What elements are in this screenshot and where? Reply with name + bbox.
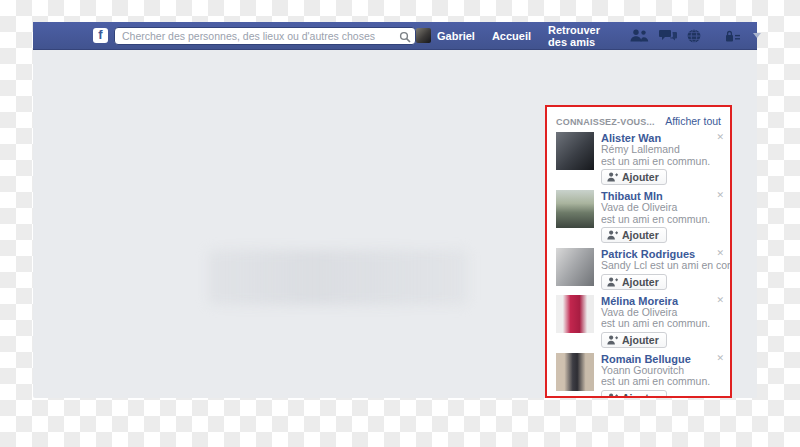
find-friends-link[interactable]: Retrouver des amis	[548, 24, 600, 48]
suggestion-name-link[interactable]: Mélina Moreira	[601, 295, 721, 307]
suggestion-row: Patrick Rodrigues Sandy Lcl est un ami e…	[547, 248, 730, 291]
people-you-may-know-panel: CONNAISSEZ-VOUS... Afficher tout Alister…	[545, 105, 732, 398]
suggestion-row: Alister Wan Rémy Lallemand est un ami en…	[547, 132, 730, 186]
panel-header: CONNAISSEZ-VOUS... Afficher tout	[547, 107, 730, 132]
search-input[interactable]	[114, 27, 416, 45]
add-friend-icon	[607, 335, 618, 345]
home-link[interactable]: Accueil	[492, 30, 531, 42]
add-friend-button[interactable]: Ajouter	[601, 390, 667, 399]
mutual-friend-text: est un ami en commun.	[601, 156, 721, 168]
close-icon[interactable]: ✕	[716, 191, 724, 200]
add-friend-button[interactable]: Ajouter	[601, 169, 667, 185]
add-friend-button[interactable]: Ajouter	[601, 227, 667, 243]
watermark	[208, 250, 468, 305]
suggestion-body: Mélina Moreira Vava de Oliveira est un a…	[601, 295, 721, 349]
facebook-logo-icon[interactable]: f	[93, 28, 108, 43]
mutual-friend-text: est un ami en commun.	[601, 318, 721, 330]
facebook-screenshot: f Gabriel Accueil Retrouver des amis	[33, 22, 757, 398]
mutual-friend-text: Sandy Lcl est un ami en commun.	[601, 260, 721, 272]
account-menu-caret-icon[interactable]	[753, 33, 761, 38]
user-avatar[interactable]	[416, 28, 431, 43]
search-bar	[114, 26, 416, 45]
see-all-link[interactable]: Afficher tout	[665, 115, 721, 127]
messages-icon[interactable]	[659, 29, 677, 42]
suggestion-body: Thibaut Mln Vava de Oliveira est un ami …	[601, 190, 721, 244]
top-navbar: f Gabriel Accueil Retrouver des amis	[33, 22, 757, 50]
suggestion-body: Patrick Rodrigues Sandy Lcl est un ami e…	[601, 248, 721, 291]
mutual-friend-text: est un ami en commun.	[601, 214, 721, 226]
add-friend-label: Ajouter	[622, 392, 659, 399]
add-friend-label: Ajouter	[622, 276, 659, 288]
suggestion-row: Thibaut Mln Vava de Oliveira est un ami …	[547, 190, 730, 244]
profile-photo[interactable]	[556, 190, 594, 228]
add-friend-icon	[607, 172, 618, 182]
panel-title: CONNAISSEZ-VOUS...	[556, 117, 655, 127]
search-icon[interactable]	[399, 29, 411, 41]
close-icon[interactable]: ✕	[716, 249, 724, 258]
suggestion-row: Romain Bellugue Yoann Gourovitch est un …	[547, 353, 730, 399]
mutual-friend-text: est un ami en commun.	[601, 376, 721, 388]
page-background: CONNAISSEZ-VOUS... Afficher tout Alister…	[33, 50, 757, 398]
mutual-friend-text: Rémy Lallemand	[601, 144, 721, 156]
add-friend-label: Ajouter	[622, 171, 659, 183]
profile-photo[interactable]	[556, 353, 594, 391]
close-icon[interactable]: ✕	[716, 296, 724, 305]
add-friend-label: Ajouter	[622, 229, 659, 241]
close-icon[interactable]: ✕	[716, 354, 724, 363]
privacy-shortcuts-icon[interactable]	[725, 30, 741, 42]
profile-photo[interactable]	[556, 295, 594, 333]
add-friend-icon	[607, 230, 618, 240]
friend-requests-icon[interactable]	[630, 29, 649, 42]
mutual-friend-text: Vava de Oliveira	[601, 202, 721, 214]
add-friend-icon	[607, 393, 618, 399]
user-name-link[interactable]: Gabriel	[437, 30, 475, 42]
jewel-icons	[620, 29, 701, 43]
suggestion-body: Alister Wan Rémy Lallemand est un ami en…	[601, 132, 721, 186]
profile-photo[interactable]	[556, 248, 594, 286]
profile-photo[interactable]	[556, 132, 594, 170]
close-icon[interactable]: ✕	[716, 133, 724, 142]
add-friend-label: Ajouter	[622, 334, 659, 346]
suggestion-body: Romain Bellugue Yoann Gourovitch est un …	[601, 353, 721, 399]
suggestion-row: Mélina Moreira Vava de Oliveira est un a…	[547, 295, 730, 349]
add-friend-button[interactable]: Ajouter	[601, 274, 667, 290]
suggestion-name-link[interactable]: Romain Bellugue	[601, 353, 721, 365]
add-friend-button[interactable]: Ajouter	[601, 332, 667, 348]
add-friend-icon	[607, 277, 618, 287]
navbar-right: Gabriel Accueil Retrouver des amis	[416, 24, 761, 48]
notifications-icon[interactable]	[687, 29, 701, 43]
